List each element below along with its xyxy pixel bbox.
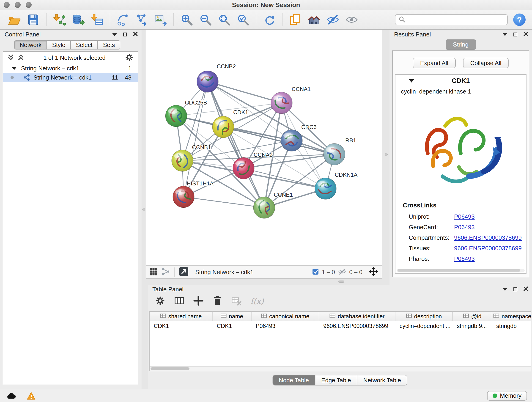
table-panel-float-icon[interactable] [513, 287, 517, 291]
network-overview-icon[interactable] [161, 268, 170, 277]
expand-all-icon[interactable] [7, 54, 14, 62]
table-settings-gear-icon[interactable] [155, 296, 165, 307]
window-close-button[interactable] [4, 2, 10, 8]
network-node-CDK1[interactable] [212, 116, 234, 138]
zoom-in-icon[interactable] [179, 12, 194, 27]
help-button[interactable]: ? [513, 13, 526, 26]
results-panel-float-icon[interactable] [513, 32, 517, 36]
clone-network-icon[interactable] [134, 12, 149, 27]
results-panel-collapse-icon[interactable] [502, 33, 507, 36]
network-node-CDC25B[interactable] [165, 105, 187, 127]
network-edge[interactable] [208, 82, 282, 103]
control-panel-collapse-icon[interactable] [112, 33, 117, 36]
cloud-status-button[interactable] [5, 391, 18, 401]
network-node-CDC6[interactable] [281, 130, 302, 151]
hide-selected-icon[interactable] [326, 12, 340, 27]
column-header-description[interactable]: description [395, 312, 453, 321]
tab-network[interactable]: Network [14, 40, 47, 50]
table-panel-collapse-icon[interactable] [502, 288, 507, 291]
column-header-canonical-name[interactable]: canonical name [252, 312, 319, 321]
crosslink-value-link[interactable]: P06493 [454, 224, 475, 231]
table-hscrollbar-thumb[interactable] [151, 367, 190, 370]
hidden-eye-icon[interactable] [338, 268, 346, 276]
window-minimize-button[interactable] [15, 2, 21, 8]
collapse-all-button[interactable]: Collapse All [463, 58, 509, 68]
warning-status-button[interactable] [25, 391, 38, 401]
column-header-shared-name[interactable]: shared name [150, 312, 213, 321]
results-hscrollbar-thumb[interactable] [398, 269, 520, 272]
memory-button[interactable]: Memory [487, 391, 527, 401]
table-tab-network-table[interactable]: Network Table [357, 375, 407, 385]
protein-entry-header[interactable]: CDK1 [395, 75, 526, 87]
column-header-database-identifier[interactable]: database identifier [319, 312, 395, 321]
import-network-database-icon[interactable] [71, 12, 85, 27]
crosslink-value-link[interactable]: 9606.ENSP00000378699 [454, 245, 522, 252]
add-column-icon[interactable] [193, 295, 204, 307]
network-edge[interactable] [184, 197, 264, 208]
grid-mode-icon[interactable] [149, 267, 158, 277]
column-header-name[interactable]: name [213, 312, 252, 321]
crosslink-value-link[interactable]: P06493 [454, 213, 475, 220]
control-panel-close-icon[interactable] [133, 32, 138, 37]
network-node-CDKN1A[interactable] [315, 178, 336, 199]
table-panel-close-icon[interactable] [523, 286, 528, 292]
expand-all-button[interactable]: Expand All [413, 58, 456, 68]
network-node-CCNB1[interactable] [172, 150, 193, 172]
detach-view-icon[interactable] [179, 267, 189, 278]
zoom-fit-icon[interactable] [217, 12, 232, 27]
network-edge[interactable] [184, 82, 208, 197]
network-node-RB1[interactable] [323, 143, 345, 165]
collapse-all-icon[interactable] [17, 54, 24, 62]
left-splitter-handle[interactable] [142, 208, 145, 211]
network-node-CCNA1[interactable] [271, 92, 292, 114]
network-options-gear-icon[interactable] [125, 53, 134, 63]
results-hscrollbar[interactable] [397, 269, 525, 272]
tab-string[interactable]: String [446, 39, 476, 50]
results-panel-close-icon[interactable] [523, 32, 528, 37]
table-row[interactable]: CDK1CDK1P064939606.ENSP00000378699cyclin… [150, 321, 531, 331]
copy-view-icon[interactable] [288, 12, 303, 27]
show-columns-icon[interactable] [174, 295, 184, 307]
tab-style[interactable]: Style [47, 40, 71, 50]
network-from-selection-icon[interactable] [116, 12, 130, 27]
control-panel-float-icon[interactable] [123, 32, 127, 36]
column-header-namespace[interactable]: namespace [492, 312, 531, 321]
collection-expander-icon[interactable] [12, 67, 17, 70]
network-view[interactable]: CCNB2CCNA1CDC25BCDK1CDC6RB1CCNB1CCNA2CDK… [146, 30, 382, 265]
network-node-CCNB2[interactable] [197, 71, 218, 92]
network-edge[interactable] [182, 140, 292, 161]
fit-content-crosshair-icon[interactable] [369, 267, 378, 277]
search-input[interactable] [407, 16, 504, 23]
zoom-selected-icon[interactable] [236, 12, 250, 27]
window-zoom-button[interactable] [26, 2, 32, 8]
save-session-icon[interactable] [26, 12, 41, 27]
network-row[interactable]: String Network – cdk1 11 48 [3, 73, 138, 82]
show-all-icon[interactable] [344, 12, 359, 27]
right-splitter-handle[interactable] [385, 153, 388, 156]
tab-select[interactable]: Select [71, 40, 98, 50]
column-header--id[interactable]: @id [453, 312, 492, 321]
crosslink-value-link[interactable]: 9606.ENSP00000378699 [454, 234, 522, 241]
table-tab-edge-table[interactable]: Edge Table [315, 375, 357, 385]
horizontal-splitter-handle[interactable] [338, 281, 344, 283]
table-tab-node-table[interactable]: Node Table [272, 375, 315, 385]
delete-column-icon[interactable] [212, 295, 222, 307]
network-node-CCNE1[interactable] [253, 197, 275, 218]
network-node-CCNA2[interactable] [233, 157, 254, 179]
selected-checkbox-icon[interactable] [312, 268, 319, 276]
crosslink-value-link[interactable]: P06493 [454, 255, 475, 262]
refresh-view-icon[interactable] [262, 12, 277, 27]
network-collection-row[interactable]: String Network – cdk1 1 [3, 64, 138, 73]
table-hscrollbar[interactable] [150, 366, 531, 371]
first-neighbors-icon[interactable] [307, 12, 322, 27]
network-edge[interactable] [208, 82, 264, 208]
network-graph[interactable]: CCNB2CCNA1CDC25BCDK1CDC6RB1CCNB1CCNA2CDK… [146, 30, 382, 265]
open-session-icon[interactable] [7, 12, 22, 27]
entry-collapse-icon[interactable] [409, 79, 414, 83]
tab-sets[interactable]: Sets [98, 40, 120, 50]
import-network-file-icon[interactable] [52, 12, 67, 27]
export-image-icon[interactable] [153, 12, 168, 27]
import-table-icon[interactable] [89, 12, 104, 27]
zoom-out-icon[interactable] [198, 12, 213, 27]
network-node-HIST1H1A[interactable] [173, 186, 194, 208]
